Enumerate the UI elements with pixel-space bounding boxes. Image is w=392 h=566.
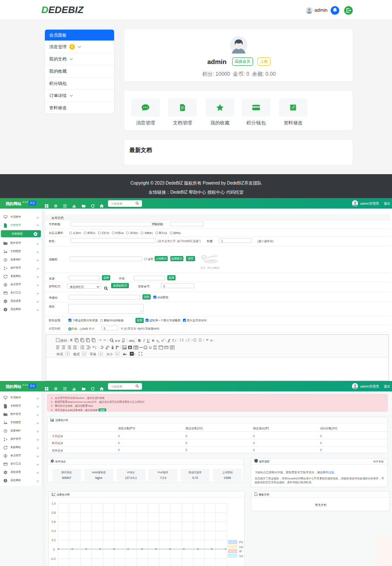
svg-text:0.8: 0.8 — [51, 511, 56, 514]
svg-text:0.6: 0.6 — [51, 520, 56, 523]
svg-text:PV: PV — [239, 541, 243, 544]
svg-text:1.0: 1.0 — [51, 502, 56, 505]
svg-text:a-b: a-b — [115, 339, 120, 343]
svg-text:d: d — [203, 256, 204, 259]
svg-text:2: 2 — [158, 340, 159, 343]
svg-text:1.: 1. — [186, 339, 188, 342]
svg-text:¶÷: ¶÷ — [210, 339, 214, 342]
svg-text:2: 2 — [163, 338, 164, 341]
svg-text:B: B — [138, 338, 141, 343]
svg-text:源码: 源码 — [60, 339, 67, 343]
svg-text:S: S — [152, 338, 154, 343]
svg-text:Ω: Ω — [149, 346, 152, 350]
svg-text:U: U — [147, 338, 150, 343]
svg-text:T: T — [172, 339, 174, 343]
svg-text:VV: VV — [239, 555, 243, 558]
svg-text:0.4: 0.4 — [51, 529, 56, 532]
svg-text:UV: UV — [239, 546, 243, 549]
svg-text:abç: abç — [129, 339, 135, 343]
svg-text:0.2: 0.2 — [51, 539, 56, 542]
svg-text:”: ” — [206, 338, 209, 343]
svg-text:0: 0 — [53, 548, 55, 551]
svg-text:IP: IP — [239, 550, 242, 553]
svg-text:-0.2: -0.2 — [51, 557, 56, 560]
svg-text:“: “ — [92, 345, 95, 350]
svg-text:I: I — [143, 338, 145, 343]
